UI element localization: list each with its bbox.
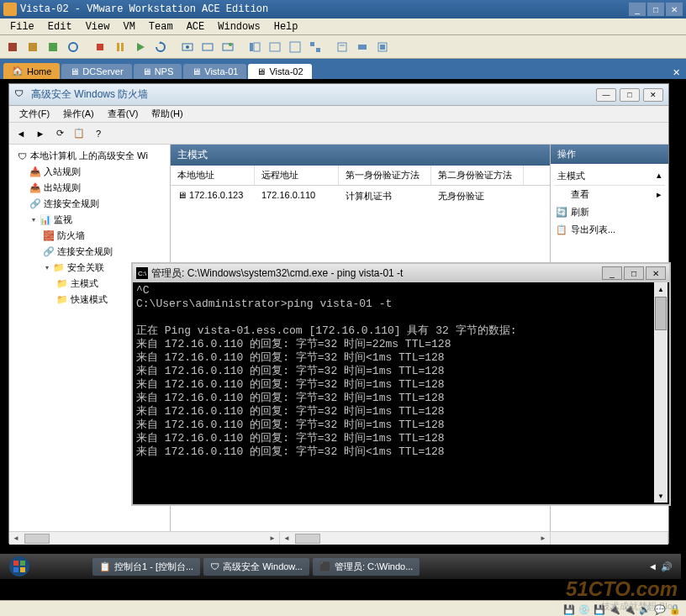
cd-icon[interactable]: 💿 [578, 604, 590, 615]
collapse-icon[interactable]: ▾ [29, 216, 37, 224]
scroll-thumb[interactable] [655, 297, 667, 330]
tab-dcserver[interactable]: 🖥DCServer [61, 64, 131, 79]
network-icon[interactable]: 🔊 [661, 561, 673, 572]
close-button[interactable]: ✕ [666, 3, 683, 16]
scroll-left-icon[interactable]: ◄ [280, 534, 293, 542]
cmd-output[interactable]: ^C C:\Users\administrator>ping vista-01 … [133, 282, 669, 501]
svg-rect-12 [250, 43, 253, 51]
mmc-menu-action[interactable]: 操作(A) [56, 106, 101, 122]
table-row[interactable]: 🖥 172.16.0.123 172.16.0.110 计算机证书 无身份验证 [171, 186, 550, 207]
floppy-icon[interactable]: 💾 [594, 604, 605, 615]
action-export[interactable]: 📋导出列表... [554, 221, 665, 239]
cmd-minimize-button[interactable]: _ [602, 266, 622, 280]
task-cmd[interactable]: ⬛管理员: C:\Windo... [313, 558, 420, 576]
minimize-button[interactable]: _ [629, 3, 646, 16]
fullscreen-icon[interactable] [286, 38, 304, 56]
menu-file[interactable]: File [3, 19, 41, 34]
restart-icon[interactable] [151, 38, 170, 56]
col-auth1[interactable]: 第一身份验证方法 [339, 166, 431, 185]
mmc-menu-help[interactable]: 帮助(H) [145, 106, 189, 122]
scroll-right-icon[interactable]: ► [536, 534, 550, 542]
collapse-icon[interactable]: ▾ [43, 264, 50, 271]
tree-root[interactable]: 🛡本地计算机 上的高级安全 Wi [13, 148, 166, 164]
suspend-icon[interactable] [24, 38, 42, 56]
hdd-icon[interactable]: 💾 [563, 604, 575, 615]
scroll-thumb[interactable] [295, 534, 320, 544]
scroll-up-icon[interactable]: ▲ [654, 282, 668, 296]
scroll-right-icon[interactable]: ► [266, 534, 279, 542]
monitor-icon: 📊 [40, 214, 51, 226]
cmd-scrollbar[interactable]: ▲ ▼ [654, 282, 668, 503]
mmc-minimize-button[interactable]: — [596, 88, 616, 102]
col-auth2[interactable]: 第二身份验证方法 [431, 166, 524, 185]
vmware-toolbar [0, 35, 686, 59]
net-icon[interactable]: 🔌 [609, 604, 620, 615]
tab-vista02[interactable]: 🖥Vista-02 [248, 64, 311, 79]
export-icon[interactable]: 📋 [71, 125, 87, 142]
tab-home[interactable]: 🏠Home [3, 63, 60, 79]
back-icon[interactable]: ◄ [13, 125, 29, 142]
col-local[interactable]: 本地地址 [171, 166, 255, 185]
manage-icon[interactable] [219, 38, 237, 56]
sound-icon[interactable]: 🔊 [639, 604, 651, 615]
task-console[interactable]: 📋控制台1 - [控制台... [92, 558, 200, 576]
stop-icon[interactable] [91, 38, 109, 56]
tab-vista01[interactable]: 🖥Vista-01 [183, 64, 246, 79]
action-refresh[interactable]: 🔄刷新 [554, 203, 665, 221]
tree-inbound[interactable]: 📥入站规则 [13, 164, 166, 180]
usb-icon[interactable]: 🔌 [624, 604, 636, 615]
lock-icon[interactable]: 🔒 [669, 604, 681, 615]
system-tray[interactable]: ◄🔊 [648, 561, 678, 572]
poweroff-icon[interactable] [3, 38, 22, 56]
mmc-maximize-button[interactable]: □ [620, 88, 640, 102]
appliance-icon[interactable] [353, 38, 372, 56]
maximize-button[interactable]: □ [647, 3, 664, 16]
reset-icon[interactable] [64, 38, 82, 56]
menu-view[interactable]: View [79, 19, 117, 34]
menu-edit[interactable]: Edit [41, 19, 79, 34]
menu-team[interactable]: Team [142, 19, 180, 34]
firewall-titlebar[interactable]: 🛡 高级安全 Windows 防火墙 — □ ✕ [9, 84, 668, 106]
sidebar-icon[interactable] [245, 38, 264, 56]
scroll-down-icon[interactable]: ▼ [654, 489, 668, 503]
tree-outbound[interactable]: 📤出站规则 [13, 180, 166, 196]
summary-icon[interactable] [333, 38, 351, 56]
action-view[interactable]: 查看 ▸ [554, 186, 665, 203]
tray-icon[interactable]: ◄ [648, 561, 657, 571]
chevron-up-icon[interactable]: ▴ [657, 170, 662, 181]
refresh-icon[interactable]: ⟳ [51, 125, 68, 142]
forward-icon[interactable]: ► [32, 125, 49, 142]
mmc-menu-view[interactable]: 查看(V) [101, 106, 145, 122]
task-firewall[interactable]: 🛡高级安全 Window... [203, 558, 309, 576]
help-icon[interactable]: ? [90, 125, 107, 142]
poweron-icon[interactable] [44, 38, 62, 56]
tab-nps[interactable]: 🖥NPS [134, 64, 182, 79]
start-button[interactable] [3, 555, 35, 578]
tree-monitor[interactable]: ▾📊监视 [13, 212, 166, 228]
play-icon[interactable] [131, 38, 150, 56]
cmd-maximize-button[interactable]: □ [624, 266, 644, 280]
menu-help[interactable]: Help [267, 19, 305, 34]
tree-firewall[interactable]: 🧱防火墙 [13, 228, 166, 244]
snapshot-icon[interactable] [178, 38, 197, 56]
msg-icon[interactable]: 💬 [654, 604, 666, 615]
quickswitch-icon[interactable] [306, 38, 325, 56]
scroll-left-icon[interactable]: ◄ [9, 534, 23, 542]
console-icon[interactable] [266, 38, 284, 56]
cmd-close-button[interactable]: ✕ [646, 266, 666, 280]
tree-conn-sec[interactable]: 🔗连接安全规则 [13, 244, 166, 260]
pause-icon[interactable] [111, 38, 129, 56]
mmc-menu-file[interactable]: 文件(F) [13, 106, 56, 122]
unity-icon[interactable] [373, 38, 392, 56]
menu-windows[interactable]: Windows [211, 19, 266, 34]
scroll-thumb[interactable] [24, 534, 50, 544]
guest-area: 🛡 高级安全 Windows 防火墙 — □ ✕ 文件(F) 操作(A) 查看(… [0, 79, 686, 600]
cmd-titlebar[interactable]: C:\ 管理员: C:\Windows\system32\cmd.exe - p… [133, 264, 669, 282]
menu-vm[interactable]: VM [116, 19, 141, 34]
menu-ace[interactable]: ACE [180, 19, 212, 34]
revert-icon[interactable] [198, 38, 217, 56]
col-remote[interactable]: 远程地址 [255, 166, 339, 185]
tree-conn-rules[interactable]: 🔗连接安全规则 [13, 196, 166, 212]
tab-close-button[interactable]: ✕ [669, 66, 683, 79]
mmc-close-button[interactable]: ✕ [643, 88, 663, 102]
